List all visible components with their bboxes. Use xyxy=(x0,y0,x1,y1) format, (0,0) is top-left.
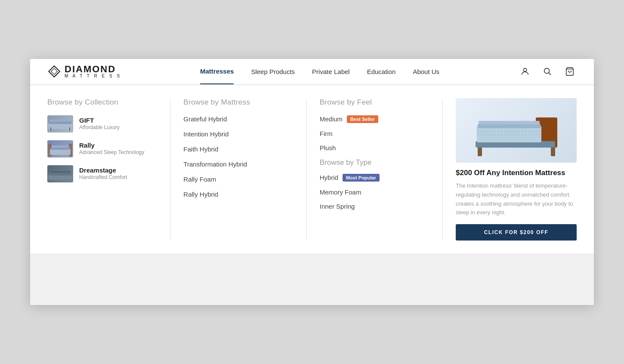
svg-rect-15 xyxy=(52,145,69,148)
mattress-link-grateful-hybrid[interactable]: Grateful Hybrid xyxy=(183,115,293,123)
browse-by-collection-section: Browse by Collection GIFT Affordable Lux… xyxy=(47,98,170,241)
nav-education[interactable]: Education xyxy=(367,59,396,84)
mattress-section-title: Browse by Mattress xyxy=(183,98,293,107)
collection-item-dreamstage[interactable]: Dreamstage Handcrafted Comfort xyxy=(47,165,157,182)
gift-mattress-img xyxy=(47,115,73,133)
nav-about-us[interactable]: About Us xyxy=(413,59,439,84)
mattress-link-rally-foam[interactable]: Rally Foam xyxy=(183,176,293,183)
type-label-memory-foam: Memory Foam xyxy=(320,188,361,196)
account-icon xyxy=(520,67,530,76)
feel-item-firm[interactable]: Firm xyxy=(320,130,429,137)
collection-sub-rally: Advanced Sleep Technology xyxy=(79,149,144,156)
logo-sub-name: M A T T R E S S xyxy=(65,74,121,78)
collection-img-dreamstage xyxy=(47,165,73,182)
nav-links: Mattresses Sleep Products Private Label … xyxy=(200,59,439,84)
svg-rect-8 xyxy=(50,120,71,122)
collection-img-rally xyxy=(47,140,73,157)
type-label-hybrid: Hybrid xyxy=(320,174,338,181)
nav-private-label[interactable]: Private Label xyxy=(312,59,350,84)
feel-label-medium: Medium xyxy=(320,115,343,123)
svg-rect-18 xyxy=(50,171,71,173)
logo[interactable]: DIAMOND M A T T R E S S xyxy=(47,65,121,78)
collection-info-dreamstage: Dreamstage Handcrafted Comfort xyxy=(79,167,127,181)
nav-mattresses[interactable]: Mattresses xyxy=(200,59,234,84)
logo-brand-name: DIAMOND xyxy=(65,65,121,74)
svg-point-3 xyxy=(544,68,550,74)
feel-item-plush[interactable]: Plush xyxy=(320,144,429,151)
type-section-title: Browse by Type xyxy=(320,158,429,167)
collection-name-rally: Rally xyxy=(79,142,144,149)
collection-sub-gift: Affordable Luxury xyxy=(79,124,120,131)
promo-cta-button[interactable]: CLICK FOR $200 OFF xyxy=(456,224,577,241)
badge-best-seller: Best Seller xyxy=(347,115,378,123)
promo-mattress-svg xyxy=(469,100,564,160)
browse-by-mattress-section: Browse by Mattress Grateful Hybrid Inten… xyxy=(183,98,306,241)
svg-rect-23 xyxy=(477,126,541,142)
svg-marker-1 xyxy=(51,68,57,74)
promo-section: $200 Off Any Intention Mattress The Inte… xyxy=(456,98,577,241)
dropdown-menu: Browse by Collection GIFT Affordable Lux… xyxy=(30,85,594,253)
feel-label-firm: Firm xyxy=(320,130,333,137)
promo-image-container xyxy=(456,98,577,163)
badge-most-popular: Most Popular xyxy=(343,174,380,182)
svg-rect-25 xyxy=(479,121,540,124)
mattress-link-transformation-hybrid[interactable]: Transformation Hybrid xyxy=(183,160,293,168)
browser-window: DIAMOND M A T T R E S S Mattresses Sleep… xyxy=(30,59,594,305)
svg-line-4 xyxy=(549,73,551,75)
svg-rect-13 xyxy=(50,149,71,155)
browse-by-feel-type-section: Browse by Feel Medium Best Seller Firm P… xyxy=(320,98,443,241)
svg-rect-6 xyxy=(48,123,72,129)
navbar: DIAMOND M A T T R E S S Mattresses Sleep… xyxy=(30,59,594,85)
collection-info-gift: GIFT Affordable Luxury xyxy=(79,117,120,131)
collection-section-title: Browse by Collection xyxy=(47,98,157,107)
feel-item-medium[interactable]: Medium Best Seller xyxy=(320,115,429,123)
logo-icon xyxy=(47,65,61,78)
feel-section-title: Browse by Feel xyxy=(320,98,429,107)
collection-name-gift: GIFT xyxy=(79,117,120,124)
rally-mattress-img xyxy=(47,140,73,157)
page-background xyxy=(30,253,594,305)
collection-item-rally[interactable]: Rally Advanced Sleep Technology xyxy=(47,140,157,157)
promo-title: $200 Off Any Intention Mattress xyxy=(456,169,577,177)
feel-label-plush: Plush xyxy=(320,144,336,151)
svg-rect-24 xyxy=(478,124,541,128)
logo-text: DIAMOND M A T T R E S S xyxy=(65,65,121,78)
svg-rect-17 xyxy=(49,173,71,176)
cart-icon-button[interactable] xyxy=(563,65,577,78)
type-item-inner-spring[interactable]: Inner Spring xyxy=(320,203,429,210)
collection-sub-dreamstage: Handcrafted Comfort xyxy=(79,174,127,181)
svg-point-2 xyxy=(523,68,526,71)
svg-marker-0 xyxy=(49,66,60,77)
dreamstage-mattress-img xyxy=(47,165,73,182)
nav-icons xyxy=(518,65,577,78)
collection-img-gift xyxy=(47,115,73,133)
collection-name-dreamstage: Dreamstage xyxy=(79,167,127,174)
mattress-link-faith-hybrid[interactable]: Faith Hybrid xyxy=(183,145,293,153)
nav-sleep-products[interactable]: Sleep Products xyxy=(251,59,295,84)
cart-icon xyxy=(565,67,575,76)
type-item-hybrid[interactable]: Hybrid Most Popular xyxy=(320,174,429,182)
promo-card: $200 Off Any Intention Mattress The Inte… xyxy=(456,98,577,241)
collection-item-gift[interactable]: GIFT Affordable Luxury xyxy=(47,115,157,133)
account-icon-button[interactable] xyxy=(518,65,532,78)
promo-description: The Intention mattress' blend of tempera… xyxy=(456,182,577,217)
collection-info-rally: Rally Advanced Sleep Technology xyxy=(79,142,144,156)
mattress-link-intention-hybrid[interactable]: Intention Hybrid xyxy=(183,130,293,138)
type-item-memory-foam[interactable]: Memory Foam xyxy=(320,188,429,196)
search-icon xyxy=(543,67,552,76)
search-icon-button[interactable] xyxy=(541,65,554,78)
mattress-link-rally-hybrid[interactable]: Rally Hybrid xyxy=(183,191,293,198)
type-label-inner-spring: Inner Spring xyxy=(320,203,355,210)
